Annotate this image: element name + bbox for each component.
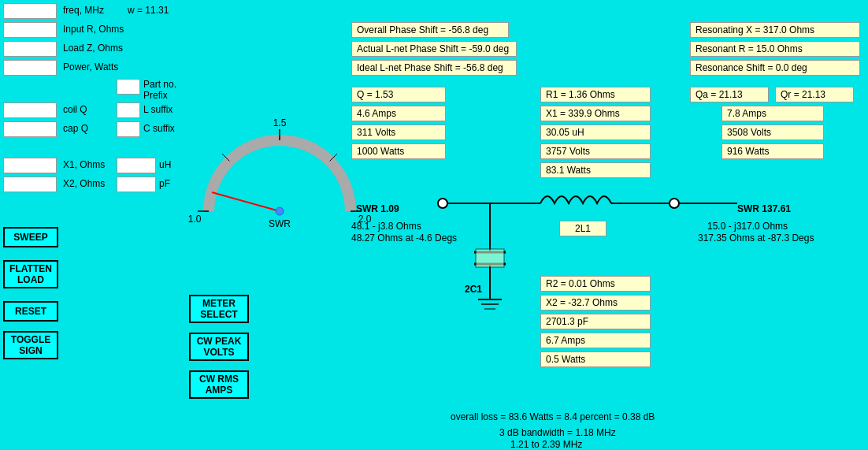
reset-button[interactable]: RESET: [3, 301, 58, 322]
sweep-button[interactable]: SWEEP: [3, 227, 58, 247]
uh-label: uH: [159, 159, 171, 170]
coilq-label: coil Q: [63, 104, 87, 115]
pf-label: pF: [159, 178, 170, 189]
x2-box: X2 = -32.7 Ohms: [540, 295, 651, 311]
inputr-input[interactable]: 50: [3, 22, 57, 38]
pf2701-box: 2701.3 pF: [540, 314, 651, 329]
amps67-box: 6.7 Amps: [540, 333, 651, 348]
swr-min-label: 1.0: [188, 214, 202, 225]
overall-phase-box: Overall Phase Shift = -56.8 deg: [351, 22, 509, 38]
volts3508-box: 3508 Volts: [721, 125, 824, 140]
resonanceshift-box: Resonance Shift = 0.0 deg: [690, 60, 860, 76]
qa-box: Qa = 21.13: [690, 87, 769, 102]
impedance1b-text: 48.27 Ohms at -4.6 Degs: [351, 232, 457, 244]
lsuffix-label: L suffix: [143, 104, 172, 115]
x1-box: X1 = 339.9 Ohms: [540, 106, 651, 121]
svg-rect-13: [476, 249, 504, 267]
watts916-box: 916 Watts: [721, 143, 824, 159]
swr-mid-label: 1.5: [273, 117, 287, 128]
volts1-box: 311 Volts: [351, 125, 446, 140]
part-prefix-input[interactable]: 2: [117, 79, 140, 95]
freq-label: freq, MHz: [63, 5, 104, 16]
swr1-box: SWR 1.09: [351, 202, 422, 216]
svg-line-4: [330, 154, 337, 161]
power-label: Power, Watts: [63, 61, 118, 73]
loadz-label: Load Z, Ohms: [63, 43, 123, 54]
pf-input[interactable]: 2701.5: [117, 177, 156, 192]
resonantr-box: Resonant R = 15.0 Ohms: [690, 41, 860, 57]
flatten-load-button[interactable]: FLATTENLOAD: [3, 260, 58, 288]
watts831-box: 83.1 Watts: [540, 162, 651, 178]
label-2l1-box: 2L1: [559, 221, 606, 236]
swr-label: SWR: [269, 218, 291, 229]
x2ohms-label: X2, Ohms: [63, 178, 105, 189]
qr-box: Qr = 21.13: [775, 87, 854, 102]
w-label: w = 11.31: [128, 5, 169, 16]
svg-point-6: [276, 207, 284, 215]
ideal-lnet-box: Ideal L-net Phase Shift = -56.8 deg: [351, 60, 517, 76]
svg-line-5: [212, 192, 280, 211]
lsuffix-input[interactable]: 1: [117, 102, 140, 118]
x2ohms-input[interactable]: -32.73: [3, 177, 57, 192]
actual-lnet-box: Actual L-net Phase Shift = -59.0 deg: [351, 41, 517, 57]
capq-input[interactable]: 3000: [3, 121, 57, 137]
uh30-box: 30.05 uH: [540, 125, 651, 140]
bandwidth-text: 3 dB bandwidth = 1.18 MHz: [499, 427, 616, 438]
volts3757-box: 3757 Volts: [540, 143, 651, 159]
cw-rms-amps-button[interactable]: CW RMSAMPS: [189, 370, 249, 399]
x1ohms-input[interactable]: 339.91: [3, 158, 57, 173]
cw-peak-volts-button[interactable]: CW PEAKVOLTS: [189, 333, 249, 361]
node-left: [438, 199, 447, 208]
toggle-sign-button[interactable]: TOGGLESIGN: [3, 331, 58, 359]
uh-input[interactable]: 30.1: [117, 158, 156, 173]
capq-label: cap Q: [63, 123, 88, 134]
inputr-label: Input R, Ohms: [63, 24, 124, 35]
meter-select-button[interactable]: METERSELECT: [189, 295, 249, 323]
amps78-box: 7.8 Amps: [721, 106, 824, 121]
node-right: [670, 199, 679, 208]
part-prefix-label: Part no.Prefix: [143, 79, 176, 101]
impedance2b-text: 317.35 Ohms at -87.3 Degs: [698, 232, 814, 244]
power-input[interactable]: 1000: [3, 60, 57, 76]
amps1-box: 4.6 Amps: [351, 106, 446, 121]
svg-line-3: [222, 154, 229, 161]
watts05-box: 0.5 Watts: [540, 351, 651, 367]
bandwidth-range-text: 1.21 to 2.39 MHz: [510, 439, 582, 450]
impedance1-text: 48.1 - j3.8 Ohms: [351, 221, 421, 232]
label-2c1: 2C1: [465, 284, 482, 295]
x1ohms-label: X1, Ohms: [63, 159, 105, 170]
coilq-input[interactable]: 250: [3, 102, 57, 118]
csuffix-input[interactable]: 1: [117, 121, 140, 137]
watts1-box: 1000 Watts: [351, 143, 446, 159]
loadz-input[interactable]: 15 -317: [3, 41, 57, 57]
r2-box: R2 = 0.01 Ohms: [540, 276, 651, 292]
resonatingx-box: Resonating X = 317.0 Ohms: [690, 22, 860, 38]
swr2-box: SWR 137.61: [733, 202, 835, 216]
q-box: Q = 1.53: [351, 87, 446, 102]
csuffix-label: C suffix: [143, 123, 175, 134]
impedance2-text: 15.0 - j317.0 Ohms: [707, 221, 788, 232]
r1-box: R1 = 1.36 Ohms: [540, 87, 651, 102]
overall-loss-text: overall loss = 83.6 Watts = 8.4 percent …: [451, 411, 655, 422]
freq-input[interactable]: 1.8: [3, 3, 57, 19]
